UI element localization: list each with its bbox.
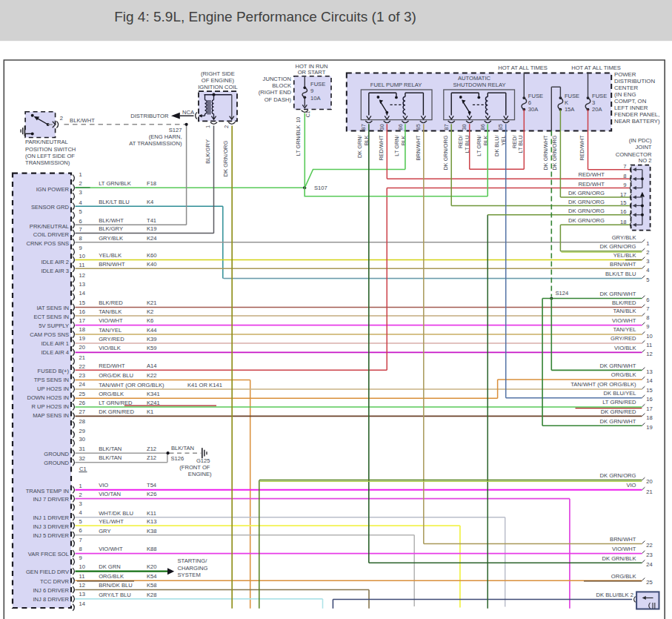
svg-text:8: 8	[623, 173, 626, 179]
svg-text:2: 2	[60, 115, 63, 122]
svg-text:30: 30	[379, 124, 385, 130]
svg-text:STARTING/: STARTING/	[178, 557, 208, 564]
svg-text:INJ 3 DRIVER: INJ 3 DRIVER	[33, 523, 69, 530]
svg-text:23: 23	[79, 372, 85, 379]
svg-text:F18: F18	[147, 180, 156, 187]
svg-text:GRY/RED: GRY/RED	[611, 335, 636, 342]
svg-text:OF DASH): OF DASH)	[265, 96, 292, 103]
svg-text:DK BLU/: DK BLU/	[493, 135, 500, 156]
svg-text:12: 12	[646, 351, 652, 357]
svg-text:18: 18	[620, 219, 626, 225]
svg-text:NO 2: NO 2	[639, 157, 652, 164]
svg-text:VIO/WHT: VIO/WHT	[612, 546, 636, 552]
svg-text:IGNITION COIL: IGNITION COIL	[198, 84, 238, 90]
svg-text:UP HO2S IN: UP HO2S IN	[37, 385, 69, 392]
svg-text:LT GRN/RED: LT GRN/RED	[99, 400, 133, 406]
svg-text:JUNCTION: JUNCTION	[263, 76, 291, 82]
svg-text:LT GRN/BLK: LT GRN/BLK	[295, 125, 302, 156]
svg-text:GEN FIELD DRV: GEN FIELD DRV	[26, 569, 70, 575]
svg-text:INJ 5 DRIVER: INJ 5 DRIVER	[33, 532, 69, 539]
svg-text:TRANSMISSION): TRANSMISSION)	[25, 159, 70, 166]
svg-text:K2: K2	[147, 308, 153, 315]
svg-text:K28: K28	[147, 592, 157, 598]
svg-text:RED/WHT: RED/WHT	[579, 171, 605, 178]
svg-text:DK GRN/ORG: DK GRN/ORG	[551, 135, 558, 170]
svg-text:11: 11	[646, 342, 652, 348]
svg-text:2: 2	[223, 125, 230, 128]
svg-text:7: 7	[79, 226, 82, 233]
svg-text:VIO/BLK: VIO/BLK	[614, 345, 636, 351]
svg-text:Z12: Z12	[147, 454, 156, 461]
svg-text:S124: S124	[556, 290, 569, 297]
svg-text:GROUND: GROUND	[44, 460, 69, 466]
svg-text:K40: K40	[147, 261, 157, 268]
svg-text:GRY/RED: GRY/RED	[99, 336, 124, 342]
svg-text:BRN/WHT: BRN/WHT	[610, 261, 636, 268]
svg-text:DK GRN/RED: DK GRN/RED	[601, 408, 636, 415]
svg-text:15: 15	[79, 299, 85, 306]
svg-text:2: 2	[646, 249, 649, 256]
svg-text:27: 27	[79, 408, 85, 415]
svg-text:DISTRIBUTION: DISTRIBUTION	[614, 78, 655, 85]
svg-text:COMPT, ON: COMPT, ON	[614, 98, 646, 105]
svg-text:DK GRN/ORG: DK GRN/ORG	[600, 472, 636, 479]
svg-text:K6: K6	[147, 317, 153, 324]
svg-text:K1: K1	[147, 408, 153, 415]
svg-text:16: 16	[620, 208, 626, 215]
svg-text:K88: K88	[147, 546, 157, 552]
svg-text:15A: 15A	[565, 106, 575, 113]
svg-text:FUSE: FUSE	[592, 93, 607, 99]
svg-text:5V SUPPLY: 5V SUPPLY	[39, 322, 69, 329]
svg-text:(ON LEFT SIDE OF: (ON LEFT SIDE OF	[25, 153, 75, 159]
svg-text:K54: K54	[147, 573, 157, 580]
svg-text:ORG/DK BLU: ORG/DK BLU	[99, 372, 133, 379]
svg-text:T54: T54	[147, 482, 156, 489]
svg-text:5: 5	[79, 518, 82, 525]
svg-text:RED/WHT: RED/WHT	[99, 363, 125, 369]
svg-text:CRNK POS SNS: CRNK POS SNS	[27, 240, 69, 247]
svg-text:(ENG HARN,: (ENG HARN,	[149, 133, 182, 140]
svg-text:K22: K22	[147, 372, 157, 379]
svg-text:BRN/WHT: BRN/WHT	[415, 135, 422, 161]
svg-text:10: 10	[79, 563, 85, 570]
svg-text:(IN PDC): (IN PDC)	[629, 137, 652, 144]
svg-text:VIO/BLK: VIO/BLK	[99, 345, 121, 351]
svg-text:OR START: OR START	[298, 69, 326, 76]
svg-text:Z12: Z12	[147, 446, 156, 452]
svg-text:DK GRN/ORG: DK GRN/ORG	[568, 208, 605, 214]
svg-text:GRY/LT BLU: GRY/LT BLU	[99, 592, 130, 598]
svg-text:87: 87	[443, 124, 450, 130]
svg-text:TAN/WHT (OR ORG/BLK): TAN/WHT (OR ORG/BLK)	[99, 382, 164, 388]
svg-text:IDLE AIR 1: IDLE AIR 1	[41, 340, 69, 347]
svg-text:K24: K24	[147, 235, 157, 242]
svg-text:3: 3	[79, 500, 82, 507]
svg-text:MAP SENS IN: MAP SENS IN	[33, 412, 69, 419]
svg-text:PRK/NEUTRAL: PRK/NEUTRAL	[30, 223, 69, 230]
svg-text:DK GRN/WHT: DK GRN/WHT	[600, 291, 636, 297]
svg-text:G125: G125	[196, 457, 210, 464]
svg-text:K41 OR K141: K41 OR K141	[187, 382, 222, 388]
svg-text:1: 1	[79, 483, 82, 489]
svg-text:VIO/WHT: VIO/WHT	[99, 546, 123, 552]
svg-text:11: 11	[79, 573, 85, 580]
svg-text:K19: K19	[147, 225, 157, 232]
svg-text:9: 9	[79, 245, 82, 251]
svg-text:ORG/BLK: ORG/BLK	[611, 573, 636, 580]
svg-text:BLK/WHT: BLK/WHT	[70, 117, 95, 124]
svg-text:8: 8	[79, 546, 82, 552]
svg-text:4: 4	[646, 267, 649, 274]
svg-text:VIO: VIO	[626, 482, 636, 489]
svg-text:FUEL PUMP RELAY: FUEL PUMP RELAY	[370, 82, 422, 88]
svg-text:POWER: POWER	[614, 71, 636, 78]
svg-text:22: 22	[646, 542, 652, 549]
svg-text:LT GRN/: LT GRN/	[393, 135, 400, 156]
svg-text:CAM POS SNS: CAM POS SNS	[30, 331, 69, 338]
svg-text:17: 17	[79, 317, 85, 324]
svg-text:2: 2	[79, 491, 82, 498]
svg-text:TCC DRVR: TCC DRVR	[40, 578, 70, 585]
svg-text:K: K	[565, 99, 568, 106]
svg-text:RED/WHT: RED/WHT	[579, 135, 585, 161]
svg-text:18: 18	[79, 326, 85, 333]
svg-text:WHT/DK BLU: WHT/DK BLU	[99, 510, 133, 517]
svg-text:(RIGHT SIDE: (RIGHT SIDE	[201, 70, 235, 77]
